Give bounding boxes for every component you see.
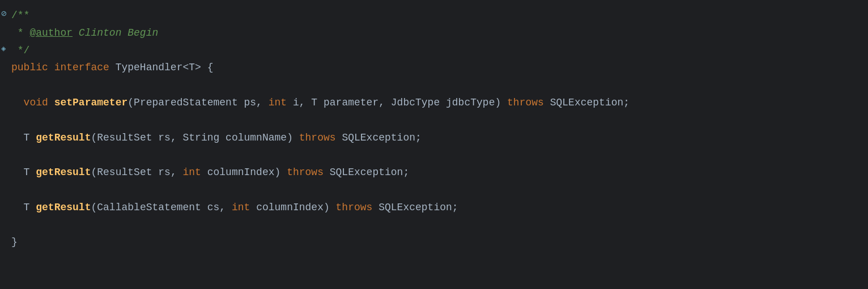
code-line-8: T getResult(ResultSet rs, String columnN…	[0, 129, 868, 147]
code-content: *	[11, 25, 29, 41]
code-line-14: }	[0, 233, 868, 251]
code-line-7	[0, 112, 868, 129]
method-getResult-2: getResult	[36, 164, 91, 181]
code-line-12: T getResult(CallableStatement cs, int co…	[0, 199, 868, 216]
code-line-4: public interface TypeHandler<T> {	[0, 59, 868, 76]
interface-name: TypeHandler	[116, 60, 183, 76]
code-line-3: ◈ */	[0, 42, 868, 60]
keyword-interface: interface	[54, 60, 109, 76]
bookmark-icon-1: ⊘	[1, 7, 7, 22]
method-getResult-1: getResult	[36, 130, 91, 146]
keyword-public: public	[11, 60, 48, 76]
code-editor: ⊘ /** * @author Clinton Begin ◈ */ publi…	[0, 0, 868, 289]
code-line-2: * @author Clinton Begin	[0, 24, 868, 42]
code-line-10: T getResult(ResultSet rs, int columnInde…	[0, 164, 868, 181]
method-getResult-3: getResult	[36, 199, 91, 216]
code-content: */	[11, 42, 29, 59]
code-line-6: void setParameter(PreparedStatement ps, …	[0, 94, 868, 112]
code-line-13	[0, 216, 868, 234]
code-line-9	[0, 146, 868, 164]
keyword-void: void	[24, 95, 48, 111]
bookmark-icon-3: ◈	[1, 42, 6, 55]
code-line-1: ⊘ /**	[0, 7, 868, 24]
code-line-11	[0, 181, 868, 199]
code-line-5	[0, 76, 868, 94]
code-content: /**	[11, 7, 29, 24]
method-setParameter: setParameter	[54, 95, 128, 111]
author-name: Clinton Begin	[73, 25, 158, 41]
author-tag: @author	[29, 25, 73, 41]
